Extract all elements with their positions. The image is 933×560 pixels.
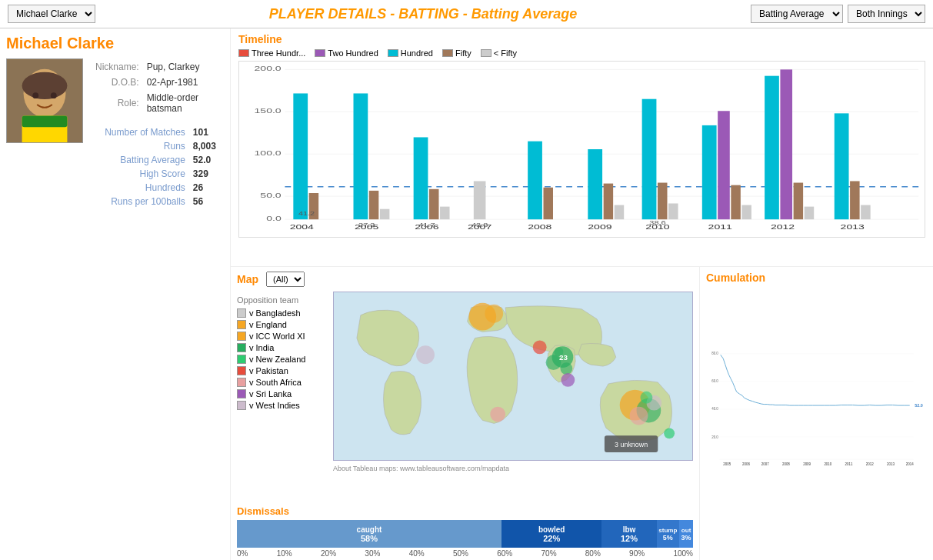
svg-rect-54 — [794, 183, 804, 220]
player-select-container: Michael Clarke — [8, 5, 95, 23]
svg-text:2011: 2011 — [708, 222, 733, 231]
axis-80: 80% — [585, 549, 601, 558]
map-content: Opposition team v Bangladesh v England v… — [231, 292, 699, 502]
svg-rect-50 — [741, 205, 751, 220]
svg-text:2012: 2012 — [866, 462, 874, 466]
legend-less-fifty: < Fifty — [481, 48, 517, 58]
opposition-legend: Opposition team v Bangladesh v England v… — [237, 292, 333, 502]
opp-label-westindies: v West Indies — [249, 401, 300, 410]
axis-100: 100% — [673, 549, 693, 558]
svg-point-69 — [490, 407, 505, 422]
player-info-table: Nickname: Pup, Clarkey D.O.B: 02-Apr-198… — [91, 58, 224, 117]
player-info-layout: Nickname: Pup, Clarkey D.O.B: 02-Apr-198… — [6, 58, 224, 209]
legend-box-less-fifty — [481, 49, 491, 57]
svg-point-67 — [561, 373, 575, 387]
svg-rect-22 — [354, 93, 368, 219]
svg-rect-18 — [293, 93, 308, 219]
dis-caught-pct: 58% — [361, 534, 378, 543]
svg-text:2009: 2009 — [803, 462, 811, 466]
opp-color-england — [237, 320, 246, 329]
svg-text:2013: 2013 — [887, 462, 895, 466]
opp-color-bangladesh — [237, 308, 246, 318]
svg-rect-29 — [440, 207, 450, 220]
svg-rect-59 — [861, 205, 871, 220]
svg-rect-48 — [718, 111, 730, 219]
map-title: Map — [237, 273, 258, 285]
chart-legend: Three Hundr... Two Hundred Hundred Fifty… — [238, 48, 925, 58]
svg-text:150.0: 150.0 — [255, 107, 282, 115]
svg-text:2004: 2004 — [290, 222, 315, 231]
svg-point-74 — [630, 407, 648, 425]
svg-text:2005: 2005 — [723, 462, 731, 466]
svg-point-4 — [51, 92, 57, 98]
avg-label: Batting Average — [92, 154, 188, 166]
axis-70: 70% — [541, 549, 557, 558]
stat-select-container: Batting Average — [751, 5, 843, 23]
dis-bowled-label: bowled — [538, 525, 565, 534]
cumulation-chart: 80.0 60.0 40.0 20.0 2005 2006 — [706, 287, 927, 533]
legend-three-hundred: Three Hundr... — [238, 48, 305, 58]
dis-out: out 3% — [679, 520, 693, 548]
svg-rect-44 — [668, 203, 678, 219]
opp-england: v England — [237, 320, 333, 329]
player-select[interactable]: Michael Clarke — [8, 5, 95, 23]
svg-text:60.0: 60.0 — [711, 379, 718, 383]
svg-text:2012: 2012 — [771, 222, 795, 231]
opp-label-icc: v ICC World XI — [249, 332, 305, 341]
svg-point-76 — [640, 392, 652, 404]
opp-label-india: v India — [249, 343, 274, 352]
timeline-title: Timeline — [238, 33, 925, 45]
svg-rect-47 — [702, 125, 717, 219]
svg-rect-53 — [780, 69, 792, 219]
svg-text:2013: 2013 — [841, 222, 865, 231]
svg-rect-23 — [369, 191, 379, 219]
opp-color-pakistan — [237, 366, 246, 375]
map-filter-select[interactable]: (All) — [266, 272, 305, 287]
runs-label: Runs — [92, 140, 188, 152]
svg-text:40.0: 40.0 — [711, 407, 718, 411]
runs-value: 8,003 — [190, 140, 222, 152]
svg-text:2007: 2007 — [761, 462, 769, 466]
innings-select[interactable]: Both Innings — [848, 5, 925, 23]
svg-rect-49 — [731, 185, 741, 220]
dis-lbw: lbw 12% — [601, 520, 656, 548]
opp-color-southafrica — [237, 378, 246, 387]
svg-text:0.0: 0.0 — [266, 215, 282, 223]
left-panel: Michael Clarke — [0, 28, 231, 560]
svg-point-62 — [485, 305, 503, 323]
rp100-value: 56 — [190, 195, 222, 208]
dis-bowled: bowled 22% — [501, 520, 601, 548]
cumulation-section: Cumulation 80.0 60.0 40.0 20.0 — [700, 267, 933, 560]
legend-two-hundred: Two Hundred — [315, 48, 378, 58]
opp-label-england: v England — [249, 320, 287, 329]
dis-lbw-label: lbw — [623, 525, 636, 534]
title-highlight: Batting Average — [471, 6, 577, 22]
svg-text:2009: 2009 — [588, 222, 612, 231]
axis-30: 30% — [365, 549, 380, 558]
svg-point-2 — [22, 72, 68, 99]
opp-india: v India — [237, 343, 333, 352]
player-photo — [6, 58, 83, 143]
svg-rect-57 — [835, 113, 849, 219]
svg-rect-52 — [765, 76, 779, 220]
header: Michael Clarke PLAYER DETAILS - BATTING … — [0, 0, 933, 28]
photo-placeholder — [7, 59, 82, 142]
nickname-label: Nickname: — [92, 60, 142, 74]
stat-select[interactable]: Batting Average — [751, 5, 843, 23]
avg-value: 52.0 — [190, 154, 222, 166]
right-panel: Timeline Three Hundr... Two Hundred Hund… — [231, 28, 933, 560]
svg-text:2008: 2008 — [528, 222, 552, 231]
svg-rect-6 — [22, 116, 68, 128]
opp-southafrica: v South Africa — [237, 378, 333, 387]
dis-stump: stump 5% — [657, 520, 680, 548]
title-prefix: PLAYER DETAILS - BATTING - — [269, 6, 471, 22]
opp-color-india — [237, 343, 246, 352]
svg-text:43.8: 43.8 — [471, 222, 488, 228]
high-label: High Score — [92, 168, 188, 180]
player-stats-table: Number of Matches 101 Runs 8,003 Batting… — [91, 125, 224, 209]
map-dismissals-panel: Map (All) Opposition team v Bangladesh — [231, 267, 700, 560]
dismissals-title: Dismissals — [237, 505, 693, 517]
opp-bangladesh: v Bangladesh — [237, 308, 333, 318]
axis-10: 10% — [277, 549, 292, 558]
timeline-section: Timeline Three Hundr... Two Hundred Hund… — [231, 28, 933, 267]
